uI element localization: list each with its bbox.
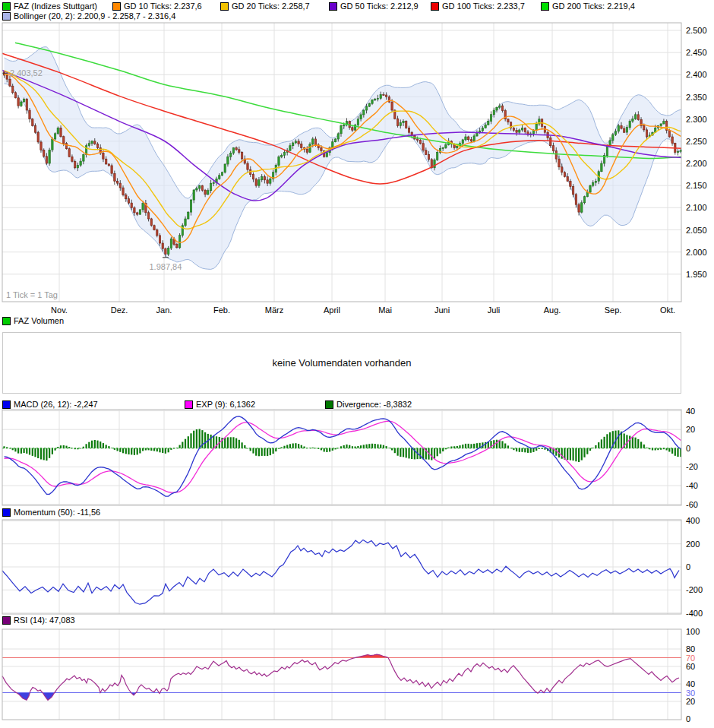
main-legend-label: GD 20 Ticks: 2.258,7 — [232, 2, 310, 11]
volume-legend: FAZ Volumen — [0, 316, 714, 326]
main-legend-item: GD 200 Ticks: 2.219,4 — [541, 2, 635, 11]
svg-text:2.200: 2.200 — [686, 159, 707, 168]
svg-text:70: 70 — [686, 654, 695, 663]
svg-text:40: 40 — [686, 679, 695, 688]
momentum-legend-label: Momentum (50): -11,56 — [14, 508, 100, 517]
rsi-legend: RSI (14): 47,083 — [0, 616, 714, 625]
macd-legend-label: EXP (9): 6,1362 — [196, 400, 255, 409]
macd-legend: MACD (26, 12): -2,247EXP (9): 6,1362Dive… — [0, 400, 714, 410]
svg-text:20: 20 — [686, 425, 695, 434]
main-legend-swatch-icon — [220, 2, 229, 11]
svg-text:0: 0 — [686, 444, 690, 453]
main-legend-label: GD 100 Ticks: 2.233,7 — [442, 2, 525, 11]
svg-text:1.950: 1.950 — [686, 270, 707, 279]
month-label: Aug. — [544, 305, 561, 315]
macd-legend-swatch-icon — [185, 400, 193, 409]
month-label: Feb. — [213, 305, 230, 315]
rsi-legend-item: RSI (14): 47,083 — [2, 616, 75, 625]
main-legend-item: GD 100 Ticks: 2.233,7 — [431, 2, 525, 11]
momentum-panel: 4002000-200-400 — [2, 516, 703, 617]
svg-text:2.500: 2.500 — [686, 26, 707, 35]
main-legend-item: GD 10 Ticks: 2.237,6 — [112, 2, 202, 11]
svg-text:60: 60 — [686, 662, 695, 671]
svg-text:20: 20 — [686, 697, 695, 706]
main-legend-item: GD 20 Ticks: 2.258,7 — [220, 2, 310, 11]
month-label: Okt. — [660, 305, 675, 315]
momentum-legend: Momentum (50): -11,56 — [0, 508, 714, 518]
month-label: Sep. — [605, 305, 622, 315]
momentum-legend-swatch-icon — [2, 508, 11, 517]
main-legend-label: FAZ (Indizes Stuttgart) — [14, 2, 97, 11]
rsi-legend-swatch-icon — [2, 616, 11, 625]
main-legend-row1: FAZ (Indizes Stuttgart)GD 10 Ticks: 2.23… — [0, 2, 714, 11]
svg-text:100: 100 — [686, 627, 700, 636]
svg-text:-40: -40 — [686, 481, 698, 490]
svg-text:-20: -20 — [686, 462, 698, 471]
main-legend-swatch-icon — [541, 2, 549, 11]
month-label: Juni — [434, 305, 450, 315]
svg-text:2.250: 2.250 — [686, 137, 707, 146]
svg-text:200: 200 — [686, 540, 700, 549]
svg-text:2.100: 2.100 — [686, 203, 707, 212]
volume-empty-panel: keine Volumendaten vorhanden — [2, 332, 681, 394]
min-annotation: 1.987,84 — [149, 262, 182, 271]
svg-text:30: 30 — [686, 688, 695, 698]
svg-text:2.450: 2.450 — [686, 48, 707, 57]
max-annotation: 2.403,52 — [10, 68, 43, 78]
volume-legend-label: FAZ Volumen — [14, 316, 64, 325]
month-label: März — [265, 305, 283, 315]
main-chart-panel: 2.403,521.987,841 Tick = 1 Tag2.5002.450… — [2, 23, 707, 315]
volume-empty-message: keine Volumendaten vorhanden — [273, 357, 412, 369]
macd-legend-swatch-icon — [2, 400, 11, 409]
svg-text:2.300: 2.300 — [686, 115, 707, 124]
svg-text:0: 0 — [686, 562, 690, 571]
macd-legend-item: EXP (9): 6,1362 — [185, 400, 255, 409]
bollinger-legend-label: Bollinger (20, 2): 2.200,9 - 2.258,7 - 2… — [14, 11, 175, 21]
volume-legend-item: FAZ Volumen — [2, 316, 64, 325]
svg-text:2.400: 2.400 — [686, 70, 707, 79]
bollinger-legend-item: Bollinger (20, 2): 2.200,9 - 2.258,7 - 2… — [2, 11, 175, 21]
faz-chart-page: 2.403,521.987,841 Tick = 1 Tag2.5002.450… — [0, 0, 714, 728]
momentum-legend-item: Momentum (50): -11,56 — [2, 508, 100, 517]
svg-text:-200: -200 — [686, 585, 703, 594]
svg-text:2.150: 2.150 — [686, 181, 707, 190]
macd-legend-swatch-icon — [325, 400, 333, 409]
svg-text:2.000: 2.000 — [686, 248, 707, 257]
svg-text:400: 400 — [686, 516, 700, 525]
momentum-line — [2, 540, 679, 604]
main-legend-item: GD 50 Ticks: 2.212,9 — [329, 2, 419, 11]
main-legend-item: FAZ (Indizes Stuttgart) — [2, 2, 97, 11]
main-legend-swatch-icon — [112, 2, 121, 11]
rsi-line — [2, 654, 679, 700]
svg-text:80: 80 — [686, 644, 695, 654]
main-legend-label: GD 50 Ticks: 2.212,9 — [340, 2, 419, 11]
rsi-legend-label: RSI (14): 47,083 — [14, 616, 75, 625]
bollinger-band — [5, 47, 681, 270]
month-label: Mai — [378, 305, 392, 315]
month-label: Dez. — [111, 305, 128, 315]
main-legend-swatch-icon — [2, 2, 11, 11]
main-legend-swatch-icon — [329, 2, 337, 11]
main-legend-label: GD 200 Ticks: 2.219,4 — [552, 2, 635, 11]
svg-text:2.350: 2.350 — [686, 93, 707, 102]
macd-panel: 40200-20-40-60 — [2, 407, 698, 509]
volume-legend-swatch-icon — [2, 317, 11, 325]
rsi-panel: 1008070604030200 — [2, 627, 700, 723]
macd-legend-item: Divergence: -8,3832 — [325, 400, 412, 409]
rsi-overbought-fill — [2, 654, 679, 720]
tick-note: 1 Tick = 1 Tag — [6, 290, 58, 299]
macd-legend-item: MACD (26, 12): -2,247 — [2, 400, 98, 409]
month-label: April — [324, 305, 340, 315]
main-legend-label: GD 10 Ticks: 2.237,6 — [124, 2, 202, 11]
main-legend-swatch-icon — [431, 2, 439, 11]
macd-legend-label: Divergence: -8,3832 — [336, 400, 412, 409]
month-label: Nov. — [51, 305, 68, 315]
bollinger-legend-swatch-icon — [2, 12, 11, 21]
svg-text:0: 0 — [686, 714, 690, 723]
month-label: Jan. — [156, 305, 172, 315]
main-legend-row2: Bollinger (20, 2): 2.200,9 - 2.258,7 - 2… — [0, 11, 714, 21]
svg-text:2.050: 2.050 — [686, 226, 707, 235]
macd-legend-label: MACD (26, 12): -2,247 — [14, 400, 98, 409]
month-label: Juli — [488, 305, 501, 315]
